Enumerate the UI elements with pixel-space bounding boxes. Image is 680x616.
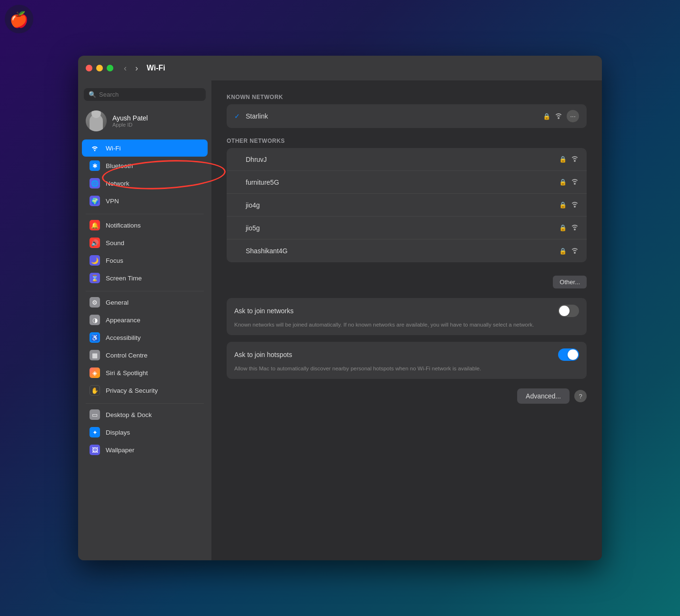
general-icon: ⚙ <box>90 297 100 308</box>
more-options-button[interactable]: ··· <box>567 110 579 122</box>
ask-join-toggle-row: Ask to join networks Known networks will… <box>227 298 587 335</box>
close-button[interactable] <box>86 65 92 71</box>
sidebar-item-accessibility[interactable]: ♿ Accessibility <box>82 329 208 346</box>
sidebar-divider-2 <box>86 291 204 291</box>
sidebar-item-desktop[interactable]: ▭ Desktop & Dock <box>82 406 208 423</box>
table-row[interactable]: ✓ jio4g 🔒 <box>227 194 587 217</box>
sidebar-item-control[interactable]: ▦ Control Centre <box>82 347 208 364</box>
main-panel: Known Network ✓ Starlink 🔒 ··· Other Net… <box>211 80 602 560</box>
sidebar-label-notifications: Notifications <box>106 222 141 229</box>
user-profile[interactable]: Ayush Patel Apple ID <box>78 107 211 135</box>
sidebar-item-sound[interactable]: 🔊 Sound <box>82 234 208 251</box>
network-icons: 🔒 <box>559 247 579 255</box>
user-info: Ayush Patel Apple ID <box>112 114 148 128</box>
bluetooth-icon: ✱ <box>90 160 100 171</box>
ask-join-desc: Known networks will be joined automatica… <box>234 322 534 328</box>
user-name: Ayush Patel <box>112 114 148 122</box>
sidebar-label-appearance: Appearance <box>106 317 140 324</box>
table-row[interactable]: ✓ jio5g 🔒 <box>227 217 587 239</box>
sidebar-item-appearance[interactable]: ◑ Appearance <box>82 311 208 328</box>
known-network-row[interactable]: ✓ Starlink 🔒 ··· <box>227 104 587 128</box>
siri-icon: ◈ <box>90 368 100 378</box>
sidebar-label-control: Control Centre <box>106 352 148 359</box>
focus-icon: 🌙 <box>90 255 100 266</box>
ask-hotspot-header: Ask to join hotspots <box>234 348 579 361</box>
desktop-icon: ▭ <box>90 409 100 420</box>
sidebar-item-notifications[interactable]: 🔔 Notifications <box>82 217 208 234</box>
help-button[interactable]: ? <box>574 390 587 402</box>
sidebar-divider-1 <box>86 214 204 214</box>
sidebar-label-sound: Sound <box>106 239 124 247</box>
wifi-signal-icon <box>554 112 563 120</box>
apple-logo: 🍎 <box>5 5 38 38</box>
wifi-signal-icon <box>570 247 579 255</box>
other-network-button[interactable]: Other... <box>553 276 587 288</box>
network-name-dhruvj: DhruvJ <box>246 156 559 163</box>
table-row[interactable]: ✓ DhruvJ 🔒 <box>227 148 587 171</box>
search-bar[interactable]: 🔍 <box>84 88 206 101</box>
sidebar-section-network: Wi-Fi ✱ Bluetooth 🌐 Network 🌍 VPN <box>78 139 211 210</box>
advanced-button[interactable]: Advanced... <box>517 388 570 404</box>
sidebar-item-displays[interactable]: ✦ Displays <box>82 424 208 441</box>
sidebar-label-accessibility: Accessibility <box>106 334 141 341</box>
sidebar-section-system: ⚙ General ◑ Appearance ♿ Accessibility ▦… <box>78 293 211 399</box>
ask-hotspot-toggle-row: Ask to join hotspots Allow this Mac to a… <box>227 342 587 379</box>
sidebar-item-network[interactable]: 🌐 Network <box>82 175 208 192</box>
svg-text:🍎: 🍎 <box>10 10 29 29</box>
table-row[interactable]: ✓ Shashikant4G 🔒 <box>227 239 587 262</box>
appearance-icon: ◑ <box>90 315 100 325</box>
sidebar-item-siri[interactable]: ◈ Siri & Spotlight <box>82 364 208 381</box>
user-subtitle: Apple ID <box>112 122 148 128</box>
ask-join-toggle[interactable] <box>558 305 579 317</box>
table-row[interactable]: ✓ furniture5G 🔒 <box>227 171 587 194</box>
ask-hotspot-knob <box>568 349 578 360</box>
sidebar-item-privacy[interactable]: ✋ Privacy & Security <box>82 382 208 399</box>
forward-arrow[interactable]: › <box>132 62 141 74</box>
maximize-button[interactable] <box>107 65 113 71</box>
ask-hotspot-desc: Allow this Mac to automatically discover… <box>234 366 481 371</box>
minimize-button[interactable] <box>96 65 103 71</box>
sidebar-label-siri: Siri & Spotlight <box>106 369 148 377</box>
search-icon: 🔍 <box>89 91 96 98</box>
sidebar-item-focus[interactable]: 🌙 Focus <box>82 252 208 269</box>
ask-hotspot-toggle[interactable] <box>558 348 579 361</box>
wifi-signal-icon <box>570 155 579 163</box>
wallpaper-icon: 🖼 <box>90 445 100 455</box>
accessibility-icon: ♿ <box>90 332 100 343</box>
sidebar-item-wallpaper[interactable]: 🖼 Wallpaper <box>82 441 208 458</box>
avatar <box>86 110 107 131</box>
sidebar-label-screentime: Screen Time <box>106 275 142 282</box>
sidebar-label-focus: Focus <box>106 257 123 264</box>
sidebar-label-wallpaper: Wallpaper <box>106 447 134 454</box>
wifi-signal-icon <box>570 224 579 232</box>
ask-hotspot-label: Ask to join hotspots <box>234 351 292 358</box>
window-title: Wi-Fi <box>147 64 165 72</box>
sidebar-item-bluetooth[interactable]: ✱ Bluetooth <box>82 157 208 174</box>
sidebar-item-screentime[interactable]: ⌛ Screen Time <box>82 269 208 287</box>
content-area: 🔍 Ayush Patel Apple ID <box>78 80 602 560</box>
network-icons: 🔒 <box>559 155 579 163</box>
back-arrow[interactable]: ‹ <box>121 62 130 74</box>
network-name-shashikant4g: Shashikant4G <box>246 247 559 255</box>
sidebar-item-wifi[interactable]: Wi-Fi <box>82 139 208 157</box>
search-input[interactable] <box>99 91 201 98</box>
network-name-jio4g: jio4g <box>246 201 559 209</box>
sidebar-label-desktop: Desktop & Dock <box>106 411 152 418</box>
other-networks-list: ✓ DhruvJ 🔒 ✓ furniture5G 🔒 <box>227 148 587 262</box>
wifi-icon <box>90 143 100 153</box>
lock-icon: 🔒 <box>559 156 567 163</box>
wifi-signal-icon <box>570 178 579 186</box>
notifications-icon: 🔔 <box>90 220 100 230</box>
sidebar: 🔍 Ayush Patel Apple ID <box>78 80 211 560</box>
sidebar-item-vpn[interactable]: 🌍 VPN <box>82 192 208 209</box>
sidebar-section-hardware: ▭ Desktop & Dock ✦ Displays 🖼 Wallpaper <box>78 406 211 459</box>
other-networks-title: Other Networks <box>227 138 587 144</box>
sidebar-label-privacy: Privacy & Security <box>106 387 158 394</box>
network-name-jio5g: jio5g <box>246 224 559 232</box>
other-row: Other... <box>227 272 587 298</box>
bottom-bar: Advanced... ? <box>227 388 587 404</box>
privacy-icon: ✋ <box>90 385 100 396</box>
ask-join-knob <box>559 306 570 316</box>
sidebar-item-general[interactable]: ⚙ General <box>82 294 208 311</box>
wifi-signal-icon <box>570 201 579 209</box>
